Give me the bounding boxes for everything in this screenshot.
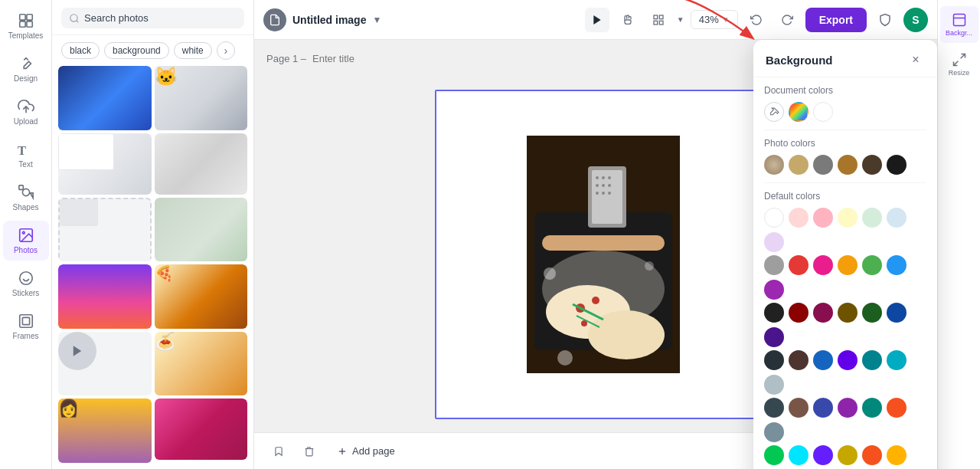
dc-orange[interactable] — [887, 398, 906, 418]
right-panel-background[interactable]: Backgr... — [940, 6, 978, 43]
sidebar-item-stickers[interactable]: Stickers — [3, 264, 49, 303]
sidebar-item-text[interactable]: T Text — [3, 135, 49, 175]
zoom-display[interactable]: 43% ▼ — [691, 10, 738, 29]
photo-thumb[interactable] — [58, 264, 152, 329]
dc-charcoal[interactable] — [764, 398, 784, 418]
filter-tag-background[interactable]: background — [104, 42, 169, 59]
export-button[interactable]: Export — [805, 8, 867, 32]
dc-darkpurple[interactable] — [764, 327, 784, 347]
dc-red[interactable] — [789, 255, 808, 275]
photo-thumb[interactable] — [155, 198, 248, 262]
dc-magenta[interactable] — [838, 398, 858, 418]
default-colors-row-3 — [764, 303, 926, 347]
dc-cyan[interactable] — [887, 350, 906, 370]
filter-tag-black[interactable]: black — [61, 42, 100, 59]
dc-yellow[interactable] — [887, 445, 906, 465]
dc-darkblue[interactable] — [887, 303, 906, 323]
undo-button[interactable] — [744, 8, 769, 32]
dc-bluegray[interactable] — [764, 375, 784, 395]
dc-violet[interactable] — [838, 350, 858, 370]
select-tool-button[interactable] — [585, 8, 609, 32]
dc-brown[interactable] — [789, 350, 808, 370]
photo-thumb[interactable] — [58, 66, 152, 130]
color-swatch-white[interactable] — [813, 102, 833, 122]
sidebar-item-upload[interactable]: Upload — [3, 92, 49, 132]
dc-gray[interactable] — [764, 255, 784, 275]
user-avatar[interactable]: S — [903, 8, 928, 32]
photo-color-swatch-4[interactable] — [838, 155, 858, 175]
dc-blue[interactable] — [887, 255, 906, 275]
photo-color-swatch-6[interactable] — [887, 155, 906, 175]
photo-thumb[interactable]: 🐱 — [155, 66, 248, 130]
svg-rect-15 — [22, 317, 29, 324]
sidebar-item-design[interactable]: Design — [3, 49, 49, 89]
photo-thumb[interactable] — [58, 133, 152, 195]
add-page-label: Add page — [352, 445, 395, 457]
dc-3[interactable] — [838, 208, 858, 228]
document-colors-row — [764, 102, 926, 122]
canvas-document[interactable] — [435, 90, 772, 419]
background-popup-close[interactable]: × — [906, 51, 925, 69]
dc-teal[interactable] — [862, 350, 882, 370]
delete-button[interactable] — [297, 439, 322, 464]
add-page-button[interactable]: Add page — [328, 441, 404, 461]
dc-purple[interactable] — [764, 280, 784, 300]
dc-electric[interactable] — [813, 445, 833, 465]
search-input[interactable] — [84, 12, 237, 24]
dc-taupe[interactable] — [789, 398, 808, 418]
hand-tool-button[interactable] — [616, 8, 640, 32]
filter-tags-more-button[interactable]: › — [217, 41, 235, 60]
dc-pink[interactable] — [813, 255, 833, 275]
dc-2[interactable] — [813, 208, 833, 228]
photo-thumb[interactable] — [58, 332, 152, 396]
bookmark-button[interactable] — [266, 439, 291, 464]
dc-6[interactable] — [764, 232, 784, 252]
shield-button[interactable] — [873, 8, 897, 32]
color-swatch-gradient[interactable] — [789, 102, 808, 122]
photo-thumb[interactable]: 🍝 — [155, 332, 248, 396]
dc-navy[interactable] — [813, 350, 833, 370]
filter-tag-white[interactable]: white — [174, 42, 212, 59]
dc-indigo[interactable] — [813, 398, 833, 418]
page-title-input[interactable] — [312, 53, 441, 64]
title-dropdown-icon[interactable]: ▼ — [372, 15, 381, 25]
dc-white[interactable] — [764, 208, 784, 228]
dc-emerald[interactable] — [862, 398, 882, 418]
dc-steel[interactable] — [764, 422, 784, 442]
dc-5[interactable] — [887, 208, 906, 228]
dc-darkgreen[interactable] — [862, 303, 882, 323]
dc-darkamber[interactable] — [838, 303, 858, 323]
photo-color-swatch-5[interactable] — [862, 155, 882, 175]
dc-darkred[interactable] — [789, 303, 808, 323]
sidebar-item-templates[interactable]: Templates — [3, 6, 49, 46]
photo-thumb[interactable] — [155, 398, 248, 463]
dc-green[interactable] — [862, 255, 882, 275]
photo-thumb[interactable]: 🍕 — [155, 264, 248, 329]
sidebar-item-shapes[interactable]: Shapes — [3, 178, 49, 218]
photo-color-swatch-3[interactable] — [813, 155, 833, 175]
photo-color-swatch-2[interactable] — [789, 155, 808, 175]
dc-slate[interactable] — [764, 350, 784, 370]
photo-thumb[interactable]: 👩 — [58, 398, 152, 463]
dc-tomato[interactable] — [862, 445, 882, 465]
layout-dropdown-icon[interactable]: ▼ — [677, 15, 684, 24]
svg-marker-19 — [593, 15, 600, 25]
dc-lime[interactable] — [764, 445, 784, 465]
photo-thumb[interactable] — [155, 133, 248, 195]
search-input-wrap[interactable] — [61, 8, 244, 28]
redo-button[interactable] — [775, 8, 799, 32]
sidebar-item-photos[interactable]: Photos — [3, 221, 49, 261]
dc-gold[interactable] — [838, 445, 858, 465]
layout-tool-button[interactable] — [646, 8, 671, 32]
photo-color-swatch-1[interactable] — [764, 155, 784, 175]
right-panel-resize[interactable]: Resize — [940, 46, 978, 83]
eyedropper-button[interactable] — [764, 102, 784, 122]
dc-4[interactable] — [862, 208, 882, 228]
dc-aqua[interactable] — [789, 445, 808, 465]
sidebar-item-frames[interactable]: Frames — [3, 307, 49, 346]
dc-amber[interactable] — [838, 255, 858, 275]
photo-thumb[interactable] — [58, 198, 152, 262]
dc-1[interactable] — [789, 208, 808, 228]
dc-darkpink[interactable] — [813, 303, 833, 323]
dc-dark[interactable] — [764, 303, 784, 323]
